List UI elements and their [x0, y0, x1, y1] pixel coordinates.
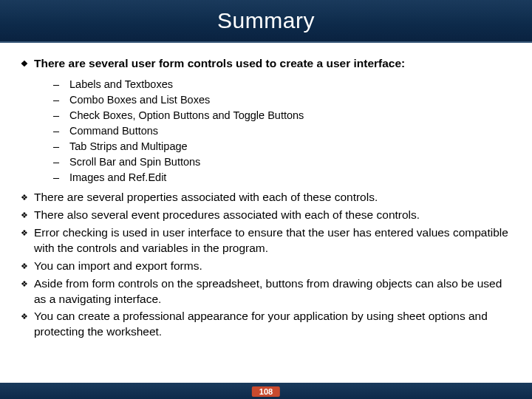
page-number: 108 — [252, 386, 280, 397]
bullet-item: ❖Error checking is used in user interfac… — [21, 225, 511, 256]
dash-icon: – — [53, 92, 69, 108]
sub-item: –Tab Strips and Multipage — [53, 139, 511, 154]
dash-icon: – — [53, 123, 69, 139]
dash-icon: – — [53, 170, 69, 185]
diamond-icon: ❖ — [21, 190, 34, 203]
bullet-text: There also several event procedures asso… — [34, 208, 511, 223]
dash-icon: – — [53, 108, 69, 123]
sub-item: –Images and Ref.Edit — [53, 170, 511, 185]
sub-text: Command Buttons — [69, 123, 158, 139]
dash-icon: – — [53, 154, 69, 170]
rest-list: ❖There are several properties associated… — [21, 190, 511, 340]
sub-item: –Combo Boxes and List Boxes — [53, 92, 511, 108]
sub-text: Check Boxes, Option Buttons and Toggle B… — [69, 108, 304, 123]
diamond-icon: ❖ — [21, 309, 34, 322]
sub-text: Labels and Textboxes — [69, 77, 173, 92]
sub-item: –Command Buttons — [53, 123, 511, 139]
dash-icon: – — [53, 139, 69, 154]
diamond-icon: ❖ — [21, 259, 34, 272]
diamond-icon: ❖ — [21, 56, 34, 69]
slide-header: Summary — [0, 0, 532, 43]
intro-bullet: ❖ There are several user form controls u… — [21, 56, 511, 72]
bullet-text: There are several properties associated … — [34, 190, 511, 205]
bullet-item: ❖Aside from form controls on the spreads… — [21, 276, 511, 307]
bullet-item: ❖You can create a professional appearanc… — [21, 309, 511, 340]
intro-text: There are several user form controls use… — [34, 56, 511, 72]
diamond-icon: ❖ — [21, 225, 34, 239]
sub-item: –Labels and Textboxes — [53, 77, 511, 92]
bullet-item: ❖There are several properties associated… — [21, 190, 511, 205]
bullet-text: Error checking is used in user interface… — [34, 225, 511, 256]
sub-list: –Labels and Textboxes –Combo Boxes and L… — [21, 74, 511, 190]
sub-text: Images and Ref.Edit — [69, 170, 166, 185]
main-list: ❖ There are several user form controls u… — [21, 56, 511, 72]
sub-text: Combo Boxes and List Boxes — [69, 92, 210, 108]
slide-content: ❖ There are several user form controls u… — [0, 43, 532, 340]
bullet-text: Aside from form controls on the spreadsh… — [34, 276, 511, 307]
diamond-icon: ❖ — [21, 276, 34, 290]
sub-text: Tab Strips and Multipage — [69, 139, 188, 154]
diamond-icon: ❖ — [21, 208, 34, 221]
slide-title: Summary — [217, 8, 315, 33]
sub-item: –Scroll Bar and Spin Buttons — [53, 154, 511, 170]
bullet-item: ❖There also several event procedures ass… — [21, 208, 511, 223]
sub-text: Scroll Bar and Spin Buttons — [69, 154, 200, 170]
bullet-text: You can import and export forms. — [34, 259, 511, 274]
sub-item: –Check Boxes, Option Buttons and Toggle … — [53, 108, 511, 123]
bullet-item: ❖You can import and export forms. — [21, 259, 511, 274]
bullet-text: You can create a professional appearance… — [34, 309, 511, 340]
dash-icon: – — [53, 77, 69, 92]
